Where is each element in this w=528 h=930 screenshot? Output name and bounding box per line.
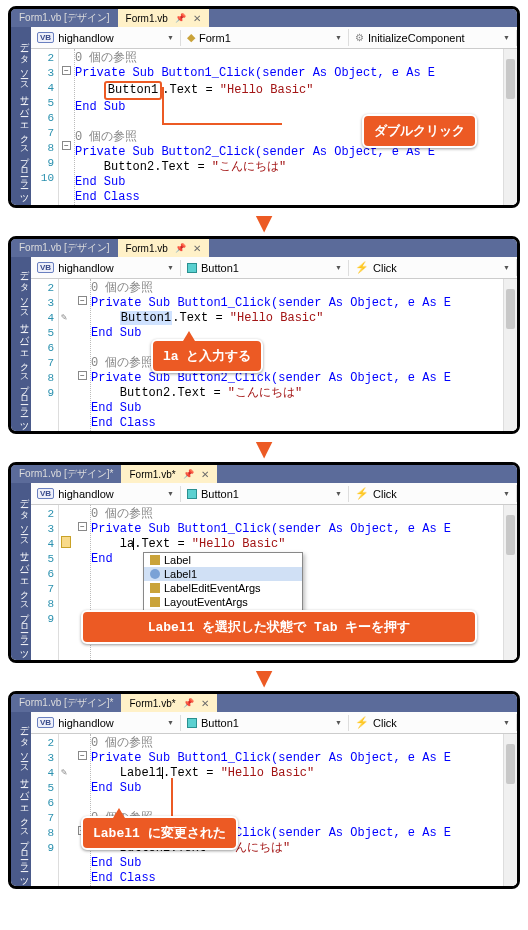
close-icon[interactable]: ✕	[201, 469, 209, 480]
nav-toolbar: VB highandlow ▼ ◆ Form1 ▼ ⚙ InitializeCo…	[31, 27, 517, 49]
close-icon[interactable]: ✕	[201, 698, 209, 709]
member-dropdown[interactable]: ⚡ Click ▼	[349, 259, 517, 276]
intellisense-item[interactable]: LabelEditEventArgs	[144, 581, 302, 595]
chevron-down-icon: ▼	[503, 34, 510, 41]
tab-code-label: Form1.vb	[126, 13, 168, 24]
change-marker-icon	[61, 536, 71, 548]
class-icon	[150, 583, 160, 593]
tab-design[interactable]: Form1.vb [デザイン]	[11, 239, 118, 257]
tab-code[interactable]: Form1.vb 📌 ✕	[118, 239, 209, 257]
chevron-down-icon: ▼	[167, 719, 174, 726]
chevron-down-icon: ▼	[335, 719, 342, 726]
fold-gutter: − −	[59, 49, 75, 205]
bolt-icon: ⚡	[355, 716, 369, 729]
vb-badge-icon: VB	[37, 717, 54, 728]
fold-toggle-icon[interactable]: −	[78, 296, 87, 305]
pin-icon[interactable]: 📌	[183, 469, 194, 479]
chevron-down-icon: ▼	[335, 490, 342, 497]
tab-code-label: Form1.vb*	[129, 469, 175, 480]
tab-design[interactable]: Form1.vb [デザイン]	[11, 9, 118, 27]
tab-code-label: Form1.vb	[126, 243, 168, 254]
member-dropdown[interactable]: ⚡ Click ▼	[349, 485, 517, 502]
pencil-icon: ✎	[61, 311, 67, 323]
vertical-scrollbar[interactable]	[503, 49, 517, 205]
editor-panel-1: Form1.vb [デザイン] Form1.vb 📌 ✕ データ ソース サーバ…	[8, 6, 520, 208]
titlebar: Form1.vb [デザイン] Form1.vb 📌 ✕	[11, 9, 517, 27]
arrow-down-icon: ▼	[0, 438, 528, 460]
editor-panel-4: Form1.vb [デザイン]* Form1.vb* 📌 ✕ データ ソース サ…	[8, 691, 520, 889]
chevron-down-icon: ▼	[167, 34, 174, 41]
pin-icon[interactable]: 📌	[175, 13, 186, 23]
fold-toggle-icon[interactable]: −	[78, 371, 87, 380]
side-rail[interactable]: データ ソース サーバー エクスプローラー ツ	[11, 483, 31, 660]
tab-design[interactable]: Form1.vb [デザイン]*	[11, 465, 121, 483]
line-number-gutter: 23456789	[31, 505, 59, 660]
side-rail[interactable]: データ ソース サーバー エクスプローラー ツ	[11, 712, 31, 886]
control-icon	[187, 718, 197, 728]
close-icon[interactable]: ✕	[193, 13, 201, 24]
tab-code[interactable]: Form1.vb 📌 ✕	[118, 9, 209, 27]
intellisense-item[interactable]: Label	[144, 553, 302, 567]
titlebar: Form1.vb [デザイン]* Form1.vb* 📌 ✕	[11, 694, 517, 712]
fold-toggle-icon[interactable]: −	[62, 141, 71, 150]
member-dropdown[interactable]: ⚙ InitializeComponent ▼	[349, 30, 517, 46]
callout-changed: Label1 に変更された	[81, 816, 238, 850]
gear-icon: ⚙	[355, 32, 364, 43]
chevron-down-icon: ▼	[503, 719, 510, 726]
highlighted-word: Button1	[104, 81, 162, 100]
field-icon	[150, 569, 160, 579]
class-dropdown[interactable]: Button1 ▼	[181, 486, 349, 502]
intellisense-item[interactable]: LayoutEventArgs	[144, 595, 302, 609]
tab-code-label: Form1.vb*	[129, 698, 175, 709]
fold-toggle-icon[interactable]: −	[62, 66, 71, 75]
class-label: Form1	[199, 32, 231, 44]
vertical-scrollbar[interactable]	[503, 505, 517, 660]
fold-toggle-icon[interactable]: −	[78, 751, 87, 760]
titlebar: Form1.vb [デザイン] Form1.vb 📌 ✕	[11, 239, 517, 257]
tab-design[interactable]: Form1.vb [デザイン]*	[11, 694, 121, 712]
property-icon	[150, 555, 160, 565]
control-icon	[187, 263, 197, 273]
code-area[interactable]: 23456789 − 0 個の参照 Private Sub Button1_Cl…	[31, 505, 517, 660]
chevron-down-icon: ▼	[503, 490, 510, 497]
vb-badge-icon: VB	[37, 488, 54, 499]
scope-dropdown[interactable]: VB highandlow ▼	[31, 30, 181, 46]
line-number-gutter: 23456789	[31, 279, 59, 431]
scope-dropdown[interactable]: VB highandlow ▼	[31, 715, 181, 731]
side-rail[interactable]: データ ソース サーバー エクスプローラー ツ	[11, 27, 31, 205]
fold-toggle-icon[interactable]: −	[78, 522, 87, 531]
pencil-icon: ✎	[61, 766, 67, 778]
callout-press-tab: Label1 を選択した状態で Tab キーを押す	[81, 610, 477, 644]
code-area[interactable]: 23456789 ✎ − − 0 個の参照 Private Sub Button…	[31, 734, 517, 886]
chevron-down-icon: ▼	[167, 490, 174, 497]
selected-word: Button1	[120, 311, 172, 325]
intellisense-item-selected[interactable]: Label1	[144, 567, 302, 581]
code-area[interactable]: 23456789 ✎ − − 0 個の参照 Private Sub Button…	[31, 279, 517, 431]
class-dropdown[interactable]: Button1 ▼	[181, 715, 349, 731]
vertical-scrollbar[interactable]	[503, 279, 517, 431]
titlebar: Form1.vb [デザイン]* Form1.vb* 📌 ✕	[11, 465, 517, 483]
member-dropdown[interactable]: ⚡ Click ▼	[349, 714, 517, 731]
fold-gutter: − −	[75, 279, 91, 431]
vb-badge-icon: VB	[37, 262, 54, 273]
close-icon[interactable]: ✕	[193, 243, 201, 254]
pin-icon[interactable]: 📌	[183, 698, 194, 708]
side-rail[interactable]: データ ソース サーバー エクスプローラー ツ	[11, 257, 31, 431]
code-area[interactable]: 2345678910 − − 0 個の参照 Private Sub Button…	[31, 49, 517, 205]
class-dropdown[interactable]: Button1 ▼	[181, 260, 349, 276]
arrow-down-icon: ▼	[0, 667, 528, 689]
class-icon: ◆	[187, 31, 195, 44]
scope-label: highandlow	[58, 32, 114, 44]
vertical-scrollbar[interactable]	[503, 734, 517, 886]
class-dropdown[interactable]: ◆ Form1 ▼	[181, 29, 349, 46]
code-body[interactable]: 0 個の参照 Private Sub Button1_Click(sender …	[91, 734, 517, 886]
typed-text: la	[120, 537, 134, 551]
pin-icon[interactable]: 📌	[175, 243, 186, 253]
nav-toolbar: VB highandlow ▼ Button1 ▼ ⚡ Click ▼	[31, 483, 517, 505]
chevron-down-icon: ▼	[335, 34, 342, 41]
callout-doubleclick: ダブルクリック	[362, 114, 477, 148]
scope-dropdown[interactable]: VB highandlow ▼	[31, 260, 181, 276]
tab-code[interactable]: Form1.vb* 📌 ✕	[121, 465, 216, 483]
tab-code[interactable]: Form1.vb* 📌 ✕	[121, 694, 216, 712]
scope-dropdown[interactable]: VB highandlow ▼	[31, 486, 181, 502]
